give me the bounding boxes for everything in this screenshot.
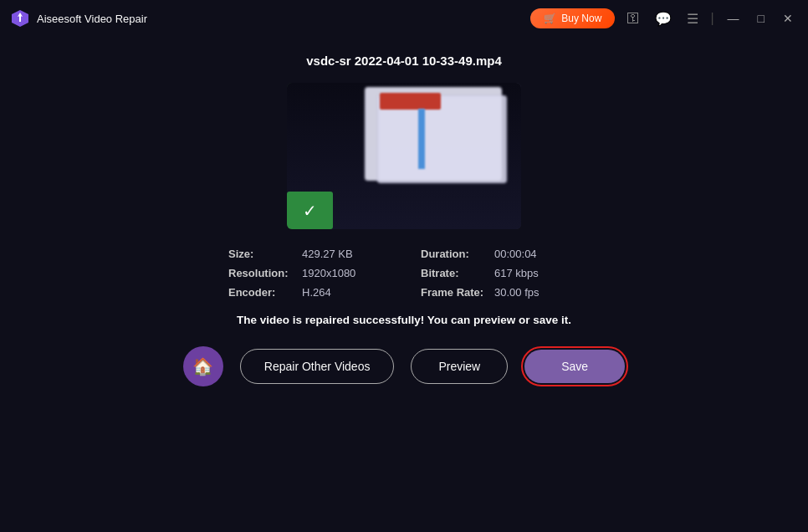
- info-framerate-row: Frame Rate: 30.00 fps: [421, 286, 580, 299]
- home-icon: 🏠: [192, 356, 213, 376]
- info-resolution-row: Resolution: 1920x1080: [228, 267, 387, 279]
- separator: |: [710, 11, 713, 26]
- chat-icon[interactable]: 💬: [652, 9, 675, 28]
- thumb-blue-bar: [418, 109, 425, 169]
- thumb-checkmark: ✓: [287, 192, 333, 229]
- repair-other-label: Repair Other Videos: [264, 360, 371, 373]
- save-button-wrapper: Save: [524, 350, 625, 383]
- app-logo-icon: [10, 8, 30, 28]
- preview-label: Preview: [438, 360, 480, 373]
- svg-rect-2: [19, 16, 21, 22]
- home-button[interactable]: 🏠: [183, 346, 223, 386]
- resolution-value: 1920x1080: [302, 267, 355, 279]
- video-thumbnail: ✓: [287, 83, 521, 229]
- video-info: Size: 429.27 KB Duration: 00:00:04 Resol…: [228, 248, 580, 299]
- app-name: Aiseesoft Video Repair: [37, 13, 147, 25]
- video-thumbnail-container: ✓: [287, 83, 521, 229]
- duration-label: Duration:: [421, 248, 488, 260]
- framerate-label: Frame Rate:: [421, 286, 488, 299]
- cart-icon: 🛒: [544, 13, 556, 24]
- video-filename: vsdc-sr 2022-04-01 10-33-49.mp4: [306, 54, 501, 68]
- save-label: Save: [561, 360, 588, 373]
- key-icon[interactable]: ⚿: [623, 9, 643, 28]
- bitrate-label: Bitrate:: [421, 267, 488, 279]
- success-message: The video is repaired successfully! You …: [237, 314, 571, 326]
- action-buttons: 🏠 Repair Other Videos Preview Save: [183, 346, 625, 386]
- buy-now-label: Buy Now: [561, 13, 601, 24]
- preview-button[interactable]: Preview: [411, 349, 508, 384]
- title-bar: Aiseesoft Video Repair 🛒 Buy Now ⚿ 💬 ☰ |…: [0, 0, 808, 37]
- save-button[interactable]: Save: [524, 350, 625, 383]
- main-content: vsdc-sr 2022-04-01 10-33-49.mp4 ✓ Size: …: [0, 37, 808, 532]
- size-value: 429.27 KB: [302, 248, 353, 260]
- framerate-value: 30.00 fps: [494, 286, 540, 299]
- encoder-label: Encoder:: [228, 286, 295, 299]
- title-bar-left: Aiseesoft Video Repair: [10, 8, 147, 28]
- bitrate-value: 617 kbps: [494, 267, 539, 279]
- size-label: Size:: [228, 248, 295, 260]
- info-bitrate-row: Bitrate: 617 kbps: [421, 267, 580, 279]
- menu-icon[interactable]: ☰: [683, 9, 702, 28]
- title-bar-right: 🛒 Buy Now ⚿ 💬 ☰ | — □ ✕: [530, 8, 798, 28]
- resolution-label: Resolution:: [228, 267, 295, 279]
- maximize-button[interactable]: □: [753, 10, 770, 27]
- encoder-value: H.264: [302, 286, 331, 299]
- buy-now-button[interactable]: 🛒 Buy Now: [530, 8, 615, 28]
- thumb-windows: [365, 87, 517, 197]
- info-encoder-row: Encoder: H.264: [228, 286, 387, 299]
- repair-other-button[interactable]: Repair Other Videos: [240, 349, 395, 384]
- minimize-button[interactable]: —: [723, 10, 744, 27]
- duration-value: 00:00:04: [494, 248, 537, 260]
- close-button[interactable]: ✕: [778, 10, 798, 27]
- info-size-row: Size: 429.27 KB: [228, 248, 387, 260]
- info-duration-row: Duration: 00:00:04: [421, 248, 580, 260]
- thumb-red-bar: [380, 93, 441, 110]
